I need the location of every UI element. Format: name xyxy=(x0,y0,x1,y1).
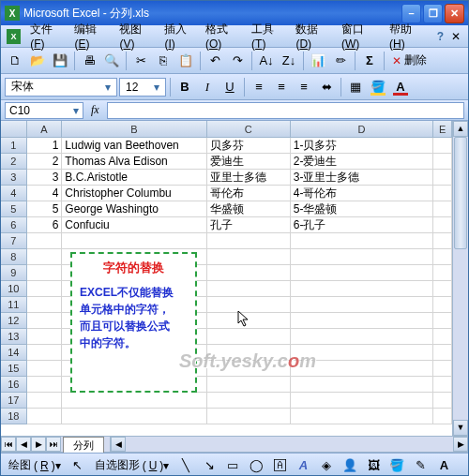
sheet-tab[interactable]: 分列 xyxy=(63,437,104,453)
select-objects-button[interactable]: ↖ xyxy=(68,455,88,476)
line-button[interactable]: ╲ xyxy=(175,455,196,476)
row-header[interactable]: 7 xyxy=(1,233,27,249)
cut-button[interactable]: ✂ xyxy=(130,51,151,71)
cell[interactable] xyxy=(207,265,291,281)
cell[interactable] xyxy=(433,361,452,377)
menu-data[interactable]: 数据(D) xyxy=(292,20,336,52)
cell[interactable] xyxy=(207,361,291,377)
diagram-button[interactable]: ◈ xyxy=(316,455,337,476)
textbox-button[interactable]: 🄰 xyxy=(269,455,290,476)
new-button[interactable]: 🗋 xyxy=(5,51,25,71)
cell[interactable]: 1 xyxy=(27,138,63,154)
cell[interactable]: 爱迪生 xyxy=(207,154,291,170)
cell[interactable]: 5 xyxy=(27,201,63,217)
cell[interactable] xyxy=(207,393,291,409)
cell[interactable] xyxy=(207,409,291,424)
cell[interactable] xyxy=(291,345,433,361)
cell[interactable]: 6 xyxy=(27,217,63,233)
menu-close-button[interactable]: ✕ xyxy=(449,30,462,43)
col-header-c[interactable]: C xyxy=(207,121,291,137)
cell[interactable] xyxy=(27,233,63,249)
cell[interactable] xyxy=(207,377,291,393)
chart-button[interactable]: 📊 xyxy=(308,51,328,71)
row-header[interactable]: 2 xyxy=(1,154,27,170)
row-header[interactable]: 4 xyxy=(1,186,27,201)
cell[interactable]: B.C.Aristotle xyxy=(62,170,206,186)
row-header[interactable]: 1 xyxy=(1,138,27,154)
menu-tools[interactable]: 工具(T) xyxy=(248,20,290,52)
print-preview-button[interactable]: 🔍 xyxy=(101,51,122,71)
chevron-down-icon[interactable]: ▾ xyxy=(73,104,79,117)
cell[interactable]: Christopher Columbu xyxy=(62,186,206,201)
cell[interactable] xyxy=(433,138,452,154)
document-icon[interactable]: X xyxy=(7,29,21,44)
scroll-thumb[interactable] xyxy=(454,137,467,249)
name-box[interactable]: C10▾ xyxy=(5,102,83,119)
cell[interactable] xyxy=(433,329,452,345)
cell[interactable]: Ludwig van Beethoven xyxy=(62,138,206,154)
row-header[interactable]: 3 xyxy=(1,170,27,186)
row-header[interactable]: 13 xyxy=(1,329,27,345)
cell[interactable] xyxy=(433,249,452,265)
cell[interactable] xyxy=(27,361,63,377)
cell[interactable] xyxy=(207,297,291,313)
wordart-button[interactable]: A xyxy=(293,455,313,476)
fill-color-button[interactable]: 🪣 xyxy=(368,77,388,97)
cell[interactable] xyxy=(433,377,452,393)
row-header[interactable]: 18 xyxy=(1,409,27,424)
cell[interactable] xyxy=(433,313,452,329)
row-header[interactable]: 16 xyxy=(1,377,27,393)
sort-desc-button[interactable]: Z↓ xyxy=(279,51,299,71)
tab-nav-first[interactable]: ⏮ xyxy=(1,437,16,452)
select-all-corner[interactable] xyxy=(1,121,27,137)
cell[interactable] xyxy=(291,377,433,393)
col-header-d[interactable]: D xyxy=(291,121,433,137)
cell[interactable] xyxy=(433,297,452,313)
col-header-b[interactable]: B xyxy=(62,121,206,137)
cell[interactable]: 3-亚里士多德 xyxy=(291,170,433,186)
cell[interactable] xyxy=(207,329,291,345)
font-color-button[interactable]: A xyxy=(390,77,411,97)
cell[interactable] xyxy=(27,265,63,281)
print-button[interactable]: 🖶 xyxy=(79,51,99,71)
cell[interactable] xyxy=(291,249,433,265)
fx-icon[interactable]: fx xyxy=(87,103,103,117)
cell[interactable] xyxy=(207,281,291,297)
cell[interactable] xyxy=(207,313,291,329)
row-header[interactable]: 11 xyxy=(1,297,27,313)
menu-file[interactable]: 文件(F) xyxy=(26,20,68,52)
cell[interactable] xyxy=(291,329,433,345)
font-color-button[interactable]: A xyxy=(433,455,454,476)
cell[interactable] xyxy=(433,265,452,281)
autosum-button[interactable]: Σ xyxy=(359,51,380,71)
col-header-e[interactable]: E xyxy=(433,121,452,137)
cell[interactable]: Confuciu xyxy=(62,217,206,233)
row-header[interactable]: 14 xyxy=(1,345,27,361)
cell[interactable] xyxy=(433,217,452,233)
cell[interactable] xyxy=(207,249,291,265)
scroll-down-button[interactable]: ▼ xyxy=(453,420,468,436)
merge-center-button[interactable]: ⬌ xyxy=(316,77,337,97)
align-left-button[interactable]: ≡ xyxy=(249,77,269,97)
menu-edit[interactable]: 编辑(E) xyxy=(70,20,113,52)
cell[interactable] xyxy=(291,265,433,281)
row-header[interactable]: 6 xyxy=(1,217,27,233)
cell[interactable] xyxy=(291,393,433,409)
copy-button[interactable]: ⎘ xyxy=(153,51,174,71)
underline-button[interactable]: U xyxy=(219,77,240,97)
cell[interactable] xyxy=(27,329,63,345)
draw-menu[interactable]: 绘图(R)▾ xyxy=(5,457,65,473)
align-center-button[interactable]: ≡ xyxy=(271,77,292,97)
cell[interactable]: 5-华盛顿 xyxy=(291,201,433,217)
cell[interactable] xyxy=(291,361,433,377)
cell[interactable] xyxy=(291,409,433,424)
rectangle-button[interactable]: ▭ xyxy=(222,455,243,476)
tab-nav-prev[interactable]: ◀ xyxy=(16,437,31,452)
menu-insert[interactable]: 插入(I) xyxy=(160,20,200,52)
cell[interactable]: George Washingto xyxy=(62,201,206,217)
row-header[interactable]: 8 xyxy=(1,249,27,265)
tab-nav-last[interactable]: ⏭ xyxy=(46,437,61,452)
cell[interactable] xyxy=(27,393,63,409)
scroll-right-button[interactable]: ▶ xyxy=(453,437,468,452)
delete-button[interactable]: ✕删除 xyxy=(388,52,431,68)
